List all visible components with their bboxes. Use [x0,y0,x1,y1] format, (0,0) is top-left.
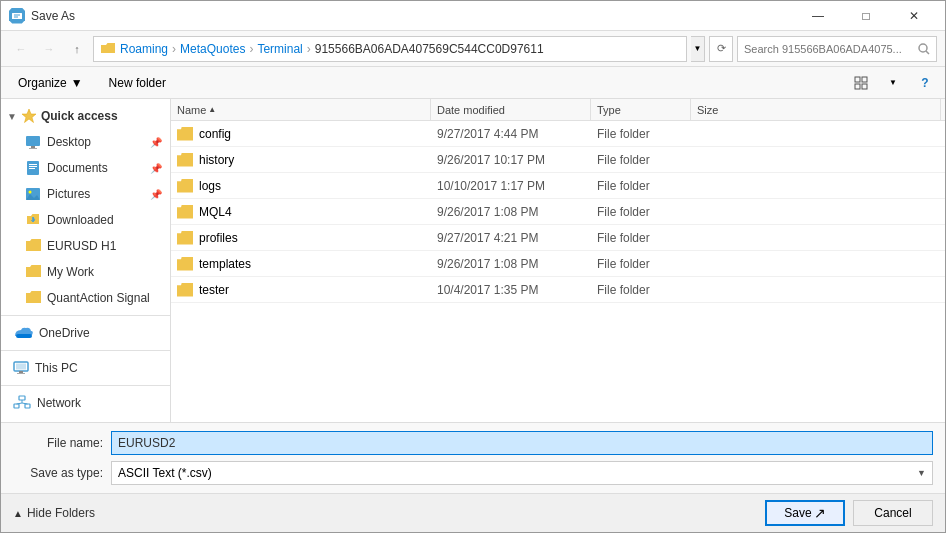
sidebar-item-quantaction[interactable]: QuantAction Signal [1,285,170,311]
sidebar-label-pictures: Pictures [47,187,90,201]
view-dropdown-button[interactable]: ▼ [881,71,905,95]
documents-icon [25,160,41,176]
folder-icon [177,231,193,245]
sidebar-divider-1 [1,315,170,316]
filetype-select[interactable]: ASCII Text (*.csv) ▼ [111,461,933,485]
svg-line-5 [926,51,929,54]
filetype-arrow: ▼ [917,468,926,478]
file-type-cell: File folder [591,283,691,297]
file-name: profiles [199,231,238,245]
maximize-button[interactable]: □ [843,2,889,30]
filetype-value: ASCII Text (*.csv) [118,466,212,480]
file-type-cell: File folder [591,231,691,245]
sidebar-item-eurusd[interactable]: EURUSD H1 [1,233,170,259]
save-button[interactable]: Save ↗ [765,500,845,526]
table-row[interactable]: MQL4 9/26/2017 1:08 PM File folder [171,199,945,225]
quick-access-label: Quick access [41,109,118,123]
search-box [737,36,937,62]
svg-point-19 [29,191,32,194]
search-icon [918,43,930,55]
sidebar-label-documents: Documents [47,161,108,175]
column-header-size[interactable]: Size [691,99,941,120]
filename-input[interactable] [111,431,933,455]
table-row[interactable]: profiles 9/27/2017 4:21 PM File folder [171,225,945,251]
svg-rect-24 [16,364,26,370]
help-button[interactable]: ? [913,71,937,95]
sidebar-item-downloaded[interactable]: Downloaded [1,207,170,233]
pin-icon-pictures: 📌 [150,189,162,200]
new-folder-button[interactable]: New folder [100,71,175,95]
col-type-label: Type [597,104,621,116]
expand-icon: ▼ [7,111,17,122]
file-rows-container: config 9/27/2017 4:44 PM File folder his… [171,121,945,303]
up-button[interactable]: ↑ [65,37,89,61]
path-segment-terminal: Terminal [257,42,302,56]
file-list: Name ▲ Date modified Type Size config [171,99,945,422]
file-date-cell: 9/26/2017 10:17 PM [431,153,591,167]
sidebar-item-desktop[interactable]: Desktop 📌 [1,129,170,155]
actions-bar: ▲ Hide Folders Save ↗ Cancel [1,493,945,532]
svg-rect-12 [31,146,35,148]
quick-access-header[interactable]: ▼ Quick access [1,103,170,129]
svg-rect-1 [12,13,22,19]
organize-dropdown-arrow: ▼ [71,76,83,90]
column-header-type[interactable]: Type [591,99,691,120]
sidebar-item-documents[interactable]: Documents 📌 [1,155,170,181]
folder-icon [177,153,193,167]
title-bar: Save As — □ ✕ [1,1,945,31]
svg-rect-8 [855,84,860,89]
svg-rect-17 [29,168,35,169]
file-date-cell: 10/10/2017 1:17 PM [431,179,591,193]
cancel-button[interactable]: Cancel [853,500,933,526]
eurusd-folder-icon [25,239,41,253]
filename-label: File name: [13,436,103,450]
file-type-cell: File folder [591,153,691,167]
svg-rect-13 [29,148,37,149]
search-input[interactable] [744,43,914,55]
file-type-cell: File folder [591,127,691,141]
file-type-cell: File folder [591,179,691,193]
save-as-dialog: Save As — □ ✕ ← → ↑ Roaming › MetaQuotes… [0,0,946,533]
hide-folders-toggle[interactable]: ▲ Hide Folders [13,506,95,520]
quantaction-folder-icon [25,291,41,305]
path-segment-metaquotes: MetaQuotes [180,42,245,56]
sidebar-item-mywork[interactable]: My Work [1,259,170,285]
svg-rect-26 [17,373,25,374]
sidebar-item-pictures[interactable]: Pictures 📌 [1,181,170,207]
file-name-cell: MQL4 [171,205,431,219]
column-header-date[interactable]: Date modified [431,99,591,120]
cursor-indicator: ↗ [814,505,826,521]
folder-icon [177,257,193,271]
table-row[interactable]: config 9/27/2017 4:44 PM File folder [171,121,945,147]
minimize-button[interactable]: — [795,2,841,30]
path-segment-roaming: Roaming [120,42,168,56]
file-date-cell: 9/27/2017 4:21 PM [431,231,591,245]
forward-button[interactable]: → [37,37,61,61]
action-buttons: Save ↗ Cancel [765,500,933,526]
svg-rect-7 [862,77,867,82]
filetype-label: Save as type: [13,466,103,480]
view-button[interactable] [849,71,873,95]
sidebar-item-network[interactable]: Network [1,390,170,416]
table-row[interactable]: templates 9/26/2017 1:08 PM File folder [171,251,945,277]
column-header-name[interactable]: Name ▲ [171,99,431,120]
svg-rect-9 [862,84,867,89]
table-row[interactable]: tester 10/4/2017 1:35 PM File folder [171,277,945,303]
organize-button[interactable]: Organize ▼ [9,71,92,95]
sidebar-label-network: Network [37,396,81,410]
file-name: tester [199,283,229,297]
refresh-button[interactable]: ⟳ [709,36,733,62]
address-dropdown-button[interactable]: ▼ [691,36,705,62]
file-date-cell: 10/4/2017 1:35 PM [431,283,591,297]
pin-icon-desktop: 📌 [150,137,162,148]
sidebar-item-thispc[interactable]: This PC [1,355,170,381]
sidebar-item-onedrive[interactable]: OneDrive [1,320,170,346]
back-button[interactable]: ← [9,37,33,61]
path-segment-hash: 915566BA06ADA407569C544CC0D97611 [315,42,544,56]
svg-rect-6 [855,77,860,82]
table-row[interactable]: logs 10/10/2017 1:17 PM File folder [171,173,945,199]
pictures-icon [25,186,41,202]
address-path[interactable]: Roaming › MetaQuotes › Terminal › 915566… [93,36,687,62]
close-button[interactable]: ✕ [891,2,937,30]
table-row[interactable]: history 9/26/2017 10:17 PM File folder [171,147,945,173]
